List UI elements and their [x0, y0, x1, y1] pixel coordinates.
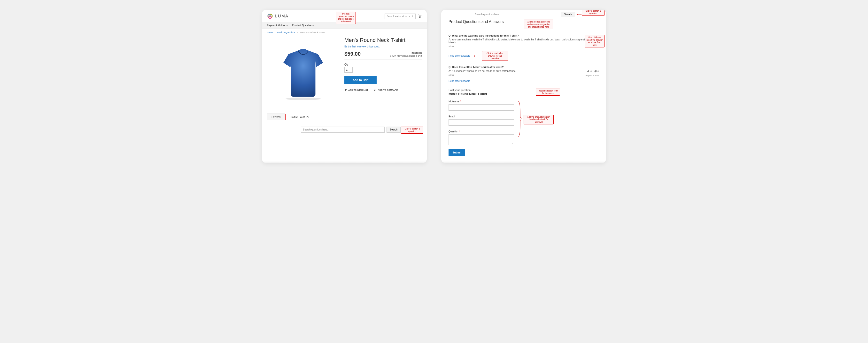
answer-text: A: You can machine wash the T-shirt with… [448, 38, 599, 44]
svg-point-4 [412, 15, 413, 17]
review-cta-link[interactable]: Be the first to review this product [344, 45, 422, 48]
breadcrumb-current: Men's Round Neck T-shirt [300, 31, 324, 34]
nav-product-questions[interactable]: Product Questions [292, 24, 314, 27]
tab-reviews[interactable]: Reviews [267, 114, 285, 120]
post-question-form: Post your question: Men's Round Neck T-s… [448, 89, 599, 156]
email-input[interactable] [448, 119, 514, 126]
qa-item: Q: What are the washing care instruction… [448, 34, 599, 61]
add-to-wishlist-link[interactable]: ADD TO WISH LIST [344, 89, 368, 91]
question-text: Q: What are the washing care instruction… [448, 34, 599, 37]
qty-input[interactable] [344, 67, 352, 73]
search-icon[interactable] [411, 15, 414, 18]
breadcrumb-product-questions[interactable]: Product Questions [277, 31, 295, 34]
header-right [384, 13, 422, 19]
product-tabs: Reviews Product FAQs (2) [267, 114, 422, 120]
email-label: Email [448, 115, 455, 118]
read-other-answers-link[interactable]: Read other answers [448, 55, 470, 57]
product-price: $59.00 [344, 51, 361, 57]
qa-search-button[interactable]: Search [561, 11, 575, 17]
chevron-right-icon: › [297, 31, 298, 34]
heart-icon [344, 89, 347, 91]
callout-question-form: Product question form for the users [536, 89, 560, 96]
tab-product-faqs[interactable]: Product FAQs (2) [285, 114, 313, 120]
product-image[interactable] [267, 36, 340, 109]
svg-point-8 [285, 98, 321, 100]
product-title: Men's Round Neck T-shirt [344, 37, 422, 43]
qa-search-input[interactable] [473, 11, 559, 17]
callout-question-list: All the product questions and answers as… [524, 20, 553, 29]
answer-author: admin [448, 74, 599, 76]
stock-status: IN STOCK [390, 52, 422, 54]
svg-point-7 [421, 17, 421, 18]
callout-product-questions-tab: Product Questions tab on the product pag… [336, 11, 356, 24]
header: LUMA Product Questions tab on the produc… [262, 10, 427, 22]
callout-like-report: Like, dislike or report the answer as ab… [585, 35, 604, 48]
product-info: Men's Round Neck T-shirt Be the first to… [344, 36, 422, 109]
like-button[interactable]: 0 [587, 70, 592, 73]
add-to-cart-button[interactable]: Add to Cart [344, 76, 377, 84]
qa-section-title: Product Questions and Answers [448, 20, 504, 24]
question-label: Question * [448, 130, 460, 133]
post-question-product-title: Men's Round Neck T-shirt [448, 92, 599, 96]
right-panel: Search ⟵ Click to search a question Prod… [441, 10, 606, 163]
svg-rect-10 [375, 89, 375, 91]
sku-value: Men's Round Neck T-shirt [397, 55, 422, 57]
global-search-input[interactable] [384, 13, 415, 19]
qa-search-row: Search ⟵ Click to search a question [441, 10, 606, 18]
qa-item: Q: Does this cotton T-shirt shrink after… [448, 66, 599, 82]
submit-button[interactable]: Submit [448, 149, 465, 156]
read-other-answers-link[interactable]: Read other answers [448, 80, 470, 82]
vote-row: 0 0 [587, 70, 599, 73]
thumb-down-icon [594, 70, 597, 73]
callout-search-question: Click to search a question [582, 10, 604, 16]
add-to-compare-link[interactable]: ADD TO COMPARE [374, 89, 398, 91]
qa-body: Product Questions and Answers All the pr… [441, 18, 606, 163]
product-main: Men's Round Neck T-shirt Be the first to… [262, 36, 427, 114]
svg-line-5 [413, 17, 414, 18]
logo-text: LUMA [275, 14, 288, 19]
left-panel: LUMA Product Questions tab on the produc… [262, 10, 427, 163]
answer-author: admin [448, 45, 599, 48]
callout-add-question-details: Add the product question details and sub… [524, 115, 554, 124]
chevron-right-icon: › [275, 31, 275, 34]
nickname-input[interactable] [448, 104, 514, 111]
breadcrumb: Home › Product Questions › Men's Round N… [262, 29, 427, 36]
question-text: Q: Does this cotton T-shirt shrink after… [448, 66, 599, 68]
logo-icon [267, 13, 273, 19]
faq-search-input[interactable] [301, 127, 384, 133]
nickname-label: Nickname * [448, 100, 461, 103]
faq-search-button[interactable]: Search [386, 127, 401, 133]
report-abuse-link[interactable]: Report Abuse [585, 74, 599, 77]
svg-point-3 [269, 16, 271, 19]
compare-icon [374, 89, 377, 91]
dislike-button[interactable]: 0 [594, 70, 599, 73]
callout-search-question: Click to search a question [401, 127, 423, 134]
callout-read-other: Click to read other answers for this que… [482, 51, 508, 61]
svg-rect-9 [374, 90, 375, 91]
nav-payment-methods[interactable]: Payment Methods [267, 24, 288, 27]
cart-icon[interactable] [418, 14, 422, 18]
post-question-label: Post your question: [448, 89, 599, 92]
question-textarea[interactable] [448, 134, 514, 145]
answer-text: A: No, it doesn't shrink as it's not mad… [448, 69, 599, 72]
svg-point-6 [419, 17, 420, 18]
qty-label: Qty [344, 63, 422, 66]
sku-label: SKU#: [390, 55, 396, 57]
faq-search-row: Search ⟵ Click to search a question [262, 120, 427, 139]
store-logo[interactable]: LUMA [267, 13, 288, 19]
thumb-up-icon [587, 70, 590, 73]
breadcrumb-home[interactable]: Home [267, 31, 273, 34]
